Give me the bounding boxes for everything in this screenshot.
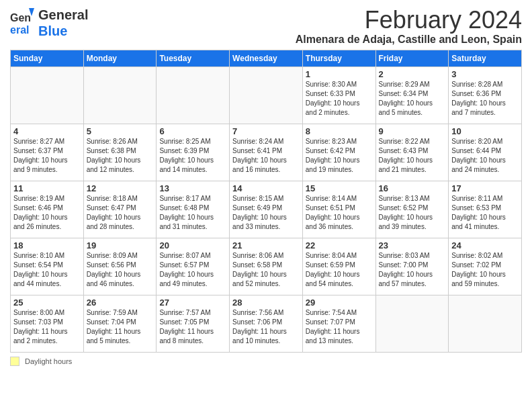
calendar-cell (157, 66, 230, 124)
week-row-4: 18Sunrise: 8:10 AM Sunset: 6:54 PM Dayli… (11, 238, 522, 295)
day-info: Sunrise: 8:17 AM Sunset: 6:48 PM Dayligh… (159, 194, 226, 232)
day-info: Sunrise: 7:57 AM Sunset: 7:05 PM Dayligh… (159, 308, 226, 346)
day-info: Sunrise: 8:18 AM Sunset: 6:47 PM Dayligh… (87, 194, 154, 232)
day-info: Sunrise: 8:24 AM Sunset: 6:41 PM Dayligh… (232, 137, 300, 175)
logo-blue-text: Blue (38, 24, 67, 38)
day-info: Sunrise: 8:06 AM Sunset: 6:58 PM Dayligh… (232, 251, 300, 289)
svg-text:Gen: Gen (10, 12, 31, 24)
day-number: 3 (451, 69, 519, 79)
day-number: 15 (306, 183, 373, 193)
day-number: 10 (451, 126, 519, 136)
day-info: Sunrise: 8:20 AM Sunset: 6:44 PM Dayligh… (451, 137, 519, 175)
day-number: 9 (379, 126, 446, 136)
day-info: Sunrise: 8:26 AM Sunset: 6:38 PM Dayligh… (87, 137, 154, 175)
calendar-cell: 6Sunrise: 8:25 AM Sunset: 6:39 PM Daylig… (157, 124, 230, 181)
month-title: February 2024 (296, 7, 522, 34)
day-number: 19 (87, 240, 154, 250)
day-number: 7 (232, 126, 300, 136)
calendar-cell: 1Sunrise: 8:30 AM Sunset: 6:33 PM Daylig… (302, 66, 375, 124)
calendar-cell: 9Sunrise: 8:22 AM Sunset: 6:43 PM Daylig… (375, 124, 449, 181)
calendar-cell: 10Sunrise: 8:20 AM Sunset: 6:44 PM Dayli… (449, 124, 522, 181)
calendar-cell: 2Sunrise: 8:29 AM Sunset: 6:34 PM Daylig… (375, 66, 449, 124)
calendar-cell (230, 66, 303, 124)
day-number: 2 (379, 69, 446, 79)
day-info: Sunrise: 7:59 AM Sunset: 7:04 PM Dayligh… (87, 308, 154, 346)
day-info: Sunrise: 8:15 AM Sunset: 6:49 PM Dayligh… (232, 194, 300, 232)
calendar-cell: 11Sunrise: 8:19 AM Sunset: 6:46 PM Dayli… (11, 181, 84, 238)
calendar-cell: 12Sunrise: 8:18 AM Sunset: 6:47 PM Dayli… (83, 181, 157, 238)
weekday-header-saturday: Saturday (449, 50, 522, 66)
calendar-body: 1Sunrise: 8:30 AM Sunset: 6:33 PM Daylig… (11, 66, 522, 352)
location-title: Almenara de Adaja, Castille and Leon, Sp… (296, 34, 522, 46)
day-number: 28 (232, 298, 300, 308)
calendar-cell (83, 66, 157, 124)
day-number: 21 (232, 240, 300, 250)
calendar-cell: 3Sunrise: 8:28 AM Sunset: 6:36 PM Daylig… (449, 66, 522, 124)
calendar-cell: 25Sunrise: 8:00 AM Sunset: 7:03 PM Dayli… (11, 295, 84, 352)
calendar-cell: 28Sunrise: 7:56 AM Sunset: 7:06 PM Dayli… (230, 295, 303, 352)
day-info: Sunrise: 8:22 AM Sunset: 6:43 PM Dayligh… (379, 137, 446, 175)
calendar-cell: 7Sunrise: 8:24 AM Sunset: 6:41 PM Daylig… (230, 124, 303, 181)
calendar-cell: 4Sunrise: 8:27 AM Sunset: 6:37 PM Daylig… (11, 124, 84, 181)
legend-box (10, 357, 19, 366)
day-info: Sunrise: 8:09 AM Sunset: 6:56 PM Dayligh… (87, 251, 154, 289)
day-info: Sunrise: 8:03 AM Sunset: 7:00 PM Dayligh… (379, 251, 446, 289)
legend-label: Daylight hours (25, 357, 72, 365)
day-number: 22 (306, 240, 373, 250)
day-number: 4 (13, 126, 81, 136)
calendar-cell: 19Sunrise: 8:09 AM Sunset: 6:56 PM Dayli… (83, 238, 157, 295)
day-info: Sunrise: 8:19 AM Sunset: 6:46 PM Dayligh… (13, 194, 81, 232)
weekday-header-row: SundayMondayTuesdayWednesdayThursdayFrid… (11, 50, 522, 66)
weekday-header-tuesday: Tuesday (157, 50, 230, 66)
day-info: Sunrise: 8:25 AM Sunset: 6:39 PM Dayligh… (159, 137, 226, 175)
weekday-header-friday: Friday (375, 50, 449, 66)
calendar-table: SundayMondayTuesdayWednesdayThursdayFrid… (10, 50, 522, 353)
logo: Gen eral General Blue (10, 7, 88, 39)
day-number: 23 (379, 240, 446, 250)
day-number: 29 (306, 298, 373, 308)
weekday-header-wednesday: Wednesday (230, 50, 303, 66)
calendar-cell (375, 295, 449, 352)
calendar-cell: 29Sunrise: 7:54 AM Sunset: 7:07 PM Dayli… (302, 295, 375, 352)
calendar-cell: 13Sunrise: 8:17 AM Sunset: 6:48 PM Dayli… (157, 181, 230, 238)
day-info: Sunrise: 8:04 AM Sunset: 6:59 PM Dayligh… (306, 251, 373, 289)
day-info: Sunrise: 8:28 AM Sunset: 6:36 PM Dayligh… (451, 80, 519, 118)
day-number: 17 (451, 183, 519, 193)
day-number: 16 (379, 183, 446, 193)
day-number: 20 (159, 240, 226, 250)
legend-area: Daylight hours (10, 357, 522, 366)
calendar-cell: 5Sunrise: 8:26 AM Sunset: 6:38 PM Daylig… (83, 124, 157, 181)
calendar-cell: 21Sunrise: 8:06 AM Sunset: 6:58 PM Dayli… (230, 238, 303, 295)
day-number: 5 (87, 126, 154, 136)
calendar-cell: 18Sunrise: 8:10 AM Sunset: 6:54 PM Dayli… (11, 238, 84, 295)
day-number: 8 (306, 126, 373, 136)
day-info: Sunrise: 8:10 AM Sunset: 6:54 PM Dayligh… (13, 251, 81, 289)
day-info: Sunrise: 8:00 AM Sunset: 7:03 PM Dayligh… (13, 308, 81, 346)
day-info: Sunrise: 7:54 AM Sunset: 7:07 PM Dayligh… (306, 308, 373, 346)
weekday-header-sunday: Sunday (11, 50, 84, 66)
calendar-cell: 23Sunrise: 8:03 AM Sunset: 7:00 PM Dayli… (375, 238, 449, 295)
day-info: Sunrise: 8:07 AM Sunset: 6:57 PM Dayligh… (159, 251, 226, 289)
title-area: February 2024 Almenara de Adaja, Castill… (296, 7, 522, 46)
calendar-cell (449, 295, 522, 352)
day-info: Sunrise: 8:27 AM Sunset: 6:37 PM Dayligh… (13, 137, 81, 175)
logo-general-text: General (38, 7, 88, 22)
day-number: 1 (306, 69, 373, 79)
week-row-2: 4Sunrise: 8:27 AM Sunset: 6:37 PM Daylig… (11, 124, 522, 181)
day-number: 27 (159, 298, 226, 308)
day-number: 18 (13, 240, 81, 250)
day-number: 25 (13, 298, 81, 308)
day-info: Sunrise: 8:14 AM Sunset: 6:51 PM Dayligh… (306, 194, 373, 232)
day-info: Sunrise: 8:29 AM Sunset: 6:34 PM Dayligh… (379, 80, 446, 118)
calendar-cell: 24Sunrise: 8:02 AM Sunset: 7:02 PM Dayli… (449, 238, 522, 295)
calendar-cell: 27Sunrise: 7:57 AM Sunset: 7:05 PM Dayli… (157, 295, 230, 352)
day-number: 13 (159, 183, 226, 193)
day-number: 24 (451, 240, 519, 250)
day-info: Sunrise: 8:13 AM Sunset: 6:52 PM Dayligh… (379, 194, 446, 232)
day-info: Sunrise: 7:56 AM Sunset: 7:06 PM Dayligh… (232, 308, 300, 346)
day-info: Sunrise: 8:11 AM Sunset: 6:53 PM Dayligh… (451, 194, 519, 232)
day-info: Sunrise: 8:30 AM Sunset: 6:33 PM Dayligh… (306, 80, 373, 118)
calendar-cell (11, 66, 84, 124)
calendar-cell: 17Sunrise: 8:11 AM Sunset: 6:53 PM Dayli… (449, 181, 522, 238)
svg-text:eral: eral (10, 24, 29, 36)
